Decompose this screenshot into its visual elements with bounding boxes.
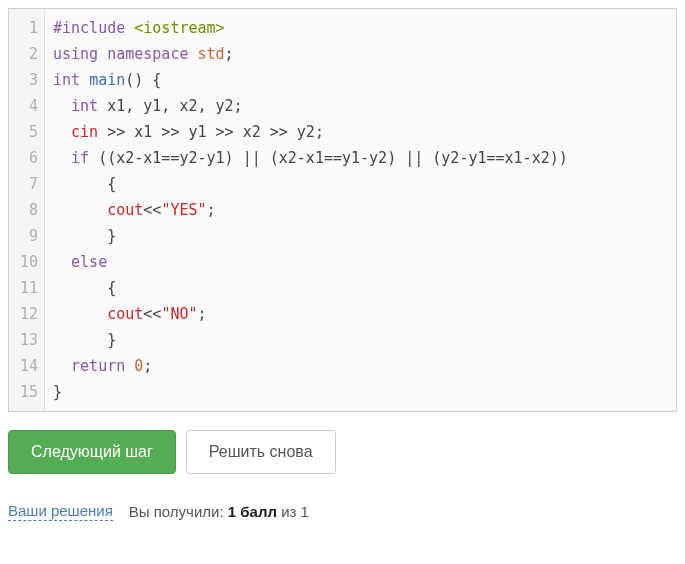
code-line[interactable]: return 0;	[53, 353, 668, 379]
line-number: 5	[19, 119, 38, 145]
code-line[interactable]: }	[53, 223, 668, 249]
line-number: 7	[19, 171, 38, 197]
line-number: 4	[19, 93, 38, 119]
code-line[interactable]: else	[53, 249, 668, 275]
code-line[interactable]: }	[53, 379, 668, 405]
line-number: 6	[19, 145, 38, 171]
code-line[interactable]: cout<<"YES";	[53, 197, 668, 223]
code-line[interactable]: cout<<"NO";	[53, 301, 668, 327]
line-number-gutter: 123456789101112131415	[9, 9, 45, 411]
code-line[interactable]: using namespace std;	[53, 41, 668, 67]
line-number: 15	[19, 379, 38, 405]
your-solutions-link[interactable]: Ваши решения	[8, 502, 113, 521]
next-step-button[interactable]: Следующий шаг	[8, 430, 176, 474]
code-line[interactable]: {	[53, 275, 668, 301]
line-number: 11	[19, 275, 38, 301]
code-line[interactable]: int main() {	[53, 67, 668, 93]
line-number: 14	[19, 353, 38, 379]
code-line[interactable]: cin >> x1 >> y1 >> x2 >> y2;	[53, 119, 668, 145]
line-number: 3	[19, 67, 38, 93]
line-number: 2	[19, 41, 38, 67]
line-number: 8	[19, 197, 38, 223]
action-buttons-row: Следующий шаг Решить снова	[8, 430, 677, 474]
score-prefix: Вы получили:	[129, 503, 228, 520]
line-number: 1	[19, 15, 38, 41]
code-line[interactable]: if ((x2-x1==y2-y1) || (x2-x1==y1-y2) || …	[53, 145, 668, 171]
line-number: 12	[19, 301, 38, 327]
code-line[interactable]: }	[53, 327, 668, 353]
line-number: 9	[19, 223, 38, 249]
code-editor[interactable]: 123456789101112131415 #include <iostream…	[8, 8, 677, 412]
score-text: Вы получили: 1 балл из 1	[129, 503, 309, 520]
line-number: 10	[19, 249, 38, 275]
line-number: 13	[19, 327, 38, 353]
code-line[interactable]: {	[53, 171, 668, 197]
footer-row: Ваши решения Вы получили: 1 балл из 1	[8, 502, 677, 521]
score-suffix: из 1	[277, 503, 309, 520]
score-value: 1 балл	[228, 503, 277, 520]
code-line[interactable]: int x1, y1, x2, y2;	[53, 93, 668, 119]
retry-button[interactable]: Решить снова	[186, 430, 336, 474]
code-content[interactable]: #include <iostream>using namespace std;i…	[45, 9, 676, 411]
code-line[interactable]: #include <iostream>	[53, 15, 668, 41]
